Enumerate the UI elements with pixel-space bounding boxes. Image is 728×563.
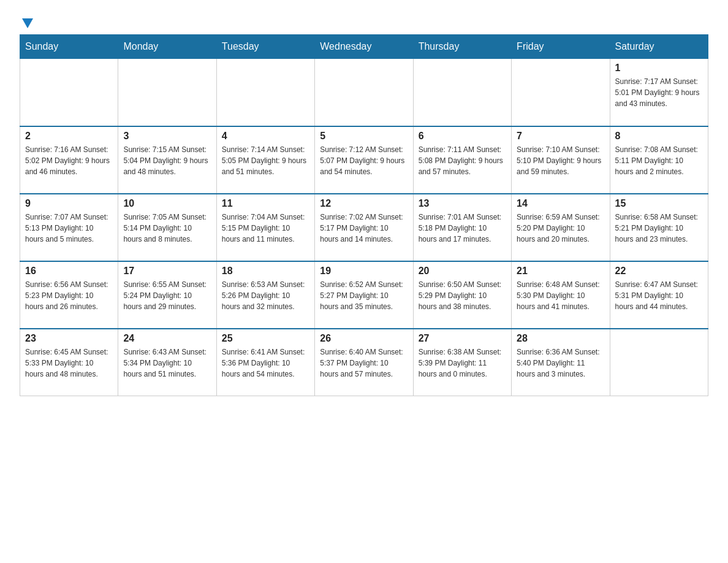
day-info: Sunrise: 6:58 AM Sunset: 5:21 PM Dayligh… [615, 212, 703, 245]
calendar-day-cell: 20Sunrise: 6:50 AM Sunset: 5:29 PM Dayli… [413, 261, 511, 329]
day-number: 25 [222, 333, 309, 344]
calendar-week-row: 16Sunrise: 6:56 AM Sunset: 5:23 PM Dayli… [20, 261, 708, 329]
calendar-day-cell: 1Sunrise: 7:17 AM Sunset: 5:01 PM Daylig… [610, 59, 708, 126]
day-number: 23 [25, 333, 113, 344]
day-number: 14 [517, 198, 604, 209]
day-info: Sunrise: 7:02 AM Sunset: 5:17 PM Dayligh… [320, 212, 408, 245]
day-info: Sunrise: 6:43 AM Sunset: 5:34 PM Dayligh… [123, 347, 211, 380]
day-number: 2 [25, 131, 113, 142]
calendar-day-cell: 9Sunrise: 7:07 AM Sunset: 5:13 PM Daylig… [20, 194, 118, 261]
svg-marker-0 [22, 18, 33, 28]
day-number: 7 [517, 131, 604, 142]
day-info: Sunrise: 7:04 AM Sunset: 5:15 PM Dayligh… [222, 212, 309, 245]
page-header [20, 15, 708, 27]
calendar-day-cell: 4Sunrise: 7:14 AM Sunset: 5:05 PM Daylig… [216, 126, 314, 194]
day-number: 28 [517, 333, 604, 344]
day-number: 5 [320, 131, 408, 142]
day-info: Sunrise: 7:16 AM Sunset: 5:02 PM Dayligh… [25, 144, 113, 177]
day-info: Sunrise: 7:01 AM Sunset: 5:18 PM Dayligh… [419, 212, 506, 245]
day-info: Sunrise: 6:36 AM Sunset: 5:40 PM Dayligh… [517, 347, 604, 380]
calendar-header-monday: Monday [118, 35, 216, 59]
day-number: 27 [419, 333, 506, 344]
calendar-day-cell [118, 59, 216, 126]
day-number: 18 [222, 266, 309, 277]
calendar-day-cell: 26Sunrise: 6:40 AM Sunset: 5:37 PM Dayli… [315, 329, 413, 396]
calendar-day-cell [512, 59, 610, 126]
day-info: Sunrise: 7:07 AM Sunset: 5:13 PM Dayligh… [25, 212, 113, 245]
day-info: Sunrise: 6:48 AM Sunset: 5:30 PM Dayligh… [517, 279, 604, 312]
day-info: Sunrise: 6:59 AM Sunset: 5:20 PM Dayligh… [517, 212, 604, 245]
calendar-header-wednesday: Wednesday [315, 35, 413, 59]
day-info: Sunrise: 6:52 AM Sunset: 5:27 PM Dayligh… [320, 279, 408, 312]
calendar-day-cell: 8Sunrise: 7:08 AM Sunset: 5:11 PM Daylig… [610, 126, 708, 194]
day-info: Sunrise: 7:15 AM Sunset: 5:04 PM Dayligh… [123, 144, 211, 177]
day-number: 21 [517, 266, 604, 277]
calendar-day-cell: 10Sunrise: 7:05 AM Sunset: 5:14 PM Dayli… [118, 194, 216, 261]
calendar-day-cell [413, 59, 511, 126]
day-number: 11 [222, 198, 309, 209]
calendar-day-cell: 14Sunrise: 6:59 AM Sunset: 5:20 PM Dayli… [512, 194, 610, 261]
calendar-day-cell: 16Sunrise: 6:56 AM Sunset: 5:23 PM Dayli… [20, 261, 118, 329]
calendar-day-cell: 13Sunrise: 7:01 AM Sunset: 5:18 PM Dayli… [413, 194, 511, 261]
day-info: Sunrise: 6:50 AM Sunset: 5:29 PM Dayligh… [419, 279, 506, 312]
day-number: 3 [123, 131, 211, 142]
day-info: Sunrise: 7:08 AM Sunset: 5:11 PM Dayligh… [615, 144, 703, 177]
day-info: Sunrise: 6:40 AM Sunset: 5:37 PM Dayligh… [320, 347, 408, 380]
calendar-day-cell: 25Sunrise: 6:41 AM Sunset: 5:36 PM Dayli… [216, 329, 314, 396]
calendar-day-cell [315, 59, 413, 126]
calendar-day-cell: 22Sunrise: 6:47 AM Sunset: 5:31 PM Dayli… [610, 261, 708, 329]
calendar-day-cell: 17Sunrise: 6:55 AM Sunset: 5:24 PM Dayli… [118, 261, 216, 329]
calendar-header-row: SundayMondayTuesdayWednesdayThursdayFrid… [20, 35, 708, 59]
day-info: Sunrise: 6:47 AM Sunset: 5:31 PM Dayligh… [615, 279, 703, 312]
day-number: 19 [320, 266, 408, 277]
calendar-week-row: 1Sunrise: 7:17 AM Sunset: 5:01 PM Daylig… [20, 59, 708, 126]
calendar-header-friday: Friday [512, 35, 610, 59]
day-number: 1 [615, 63, 703, 74]
day-info: Sunrise: 7:05 AM Sunset: 5:14 PM Dayligh… [123, 212, 211, 245]
day-number: 22 [615, 266, 703, 277]
calendar-table: SundayMondayTuesdayWednesdayThursdayFrid… [20, 34, 708, 396]
calendar-day-cell: 18Sunrise: 6:53 AM Sunset: 5:26 PM Dayli… [216, 261, 314, 329]
logo [20, 15, 34, 27]
day-info: Sunrise: 6:55 AM Sunset: 5:24 PM Dayligh… [123, 279, 211, 312]
calendar-header-sunday: Sunday [20, 35, 118, 59]
logo-triangle-icon [21, 16, 34, 29]
day-number: 13 [419, 198, 506, 209]
day-number: 8 [615, 131, 703, 142]
day-number: 20 [419, 266, 506, 277]
day-info: Sunrise: 7:12 AM Sunset: 5:07 PM Dayligh… [320, 144, 408, 177]
day-number: 4 [222, 131, 309, 142]
calendar-day-cell [610, 329, 708, 396]
calendar-day-cell: 6Sunrise: 7:11 AM Sunset: 5:08 PM Daylig… [413, 126, 511, 194]
day-number: 9 [25, 198, 113, 209]
day-number: 17 [123, 266, 211, 277]
calendar-day-cell: 11Sunrise: 7:04 AM Sunset: 5:15 PM Dayli… [216, 194, 314, 261]
day-info: Sunrise: 6:53 AM Sunset: 5:26 PM Dayligh… [222, 279, 309, 312]
calendar-day-cell: 23Sunrise: 6:45 AM Sunset: 5:33 PM Dayli… [20, 329, 118, 396]
calendar-day-cell: 21Sunrise: 6:48 AM Sunset: 5:30 PM Dayli… [512, 261, 610, 329]
calendar-day-cell: 3Sunrise: 7:15 AM Sunset: 5:04 PM Daylig… [118, 126, 216, 194]
calendar-day-cell: 15Sunrise: 6:58 AM Sunset: 5:21 PM Dayli… [610, 194, 708, 261]
calendar-header-tuesday: Tuesday [216, 35, 314, 59]
day-info: Sunrise: 6:41 AM Sunset: 5:36 PM Dayligh… [222, 347, 309, 380]
day-info: Sunrise: 6:45 AM Sunset: 5:33 PM Dayligh… [25, 347, 113, 380]
day-number: 16 [25, 266, 113, 277]
calendar-day-cell: 19Sunrise: 6:52 AM Sunset: 5:27 PM Dayli… [315, 261, 413, 329]
calendar-day-cell: 2Sunrise: 7:16 AM Sunset: 5:02 PM Daylig… [20, 126, 118, 194]
day-number: 10 [123, 198, 211, 209]
calendar-week-row: 2Sunrise: 7:16 AM Sunset: 5:02 PM Daylig… [20, 126, 708, 194]
calendar-header-thursday: Thursday [413, 35, 511, 59]
calendar-day-cell: 7Sunrise: 7:10 AM Sunset: 5:10 PM Daylig… [512, 126, 610, 194]
calendar-day-cell: 5Sunrise: 7:12 AM Sunset: 5:07 PM Daylig… [315, 126, 413, 194]
calendar-day-cell: 27Sunrise: 6:38 AM Sunset: 5:39 PM Dayli… [413, 329, 511, 396]
day-number: 6 [419, 131, 506, 142]
day-info: Sunrise: 6:56 AM Sunset: 5:23 PM Dayligh… [25, 279, 113, 312]
day-info: Sunrise: 7:14 AM Sunset: 5:05 PM Dayligh… [222, 144, 309, 177]
calendar-day-cell [20, 59, 118, 126]
day-info: Sunrise: 7:17 AM Sunset: 5:01 PM Dayligh… [615, 76, 703, 109]
calendar-day-cell: 28Sunrise: 6:36 AM Sunset: 5:40 PM Dayli… [512, 329, 610, 396]
calendar-day-cell [216, 59, 314, 126]
calendar-day-cell: 24Sunrise: 6:43 AM Sunset: 5:34 PM Dayli… [118, 329, 216, 396]
calendar-header-saturday: Saturday [610, 35, 708, 59]
day-number: 24 [123, 333, 211, 344]
